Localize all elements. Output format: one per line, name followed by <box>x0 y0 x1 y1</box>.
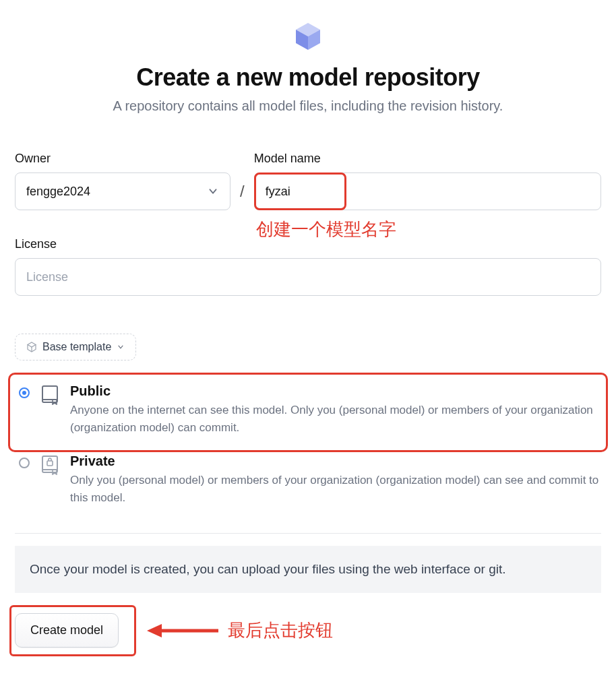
private-title: Private <box>70 453 601 469</box>
private-desc: Only you (personal model) or members of … <box>70 472 601 506</box>
model-name-input[interactable]: fyzai <box>254 172 601 210</box>
annotation-text-name: 创建一个模型名字 <box>256 218 396 241</box>
info-banner: Once your model is created, you can uplo… <box>15 546 601 593</box>
chevron-down-icon <box>117 343 125 351</box>
divider <box>15 533 601 534</box>
radio-private[interactable] <box>19 458 30 468</box>
cube-icon <box>292 20 324 53</box>
model-name-label: Model name <box>254 152 601 166</box>
create-model-button[interactable]: Create model <box>15 613 119 648</box>
visibility-private-option[interactable]: Private Only you (personal model) or mem… <box>15 449 601 520</box>
annotation-text-button: 最后点击按钮 <box>228 619 333 642</box>
base-template-dropdown[interactable]: Base template <box>15 334 136 360</box>
public-repo-icon <box>40 385 59 405</box>
owner-label: Owner <box>15 152 230 166</box>
private-repo-icon <box>40 455 59 475</box>
radio-public[interactable] <box>19 387 30 398</box>
owner-selected-value: fengge2024 <box>26 185 90 199</box>
owner-select[interactable]: fengge2024 <box>15 172 230 210</box>
chevron-down-icon <box>207 185 219 197</box>
public-desc: Anyone on the internet can see this mode… <box>70 402 601 436</box>
annotation-arrow-icon <box>146 617 220 644</box>
page-title: Create a new model repository <box>15 63 601 92</box>
svg-rect-11 <box>47 461 53 466</box>
path-separator: / <box>240 182 245 210</box>
svg-marker-13 <box>147 624 162 637</box>
visibility-public-option[interactable]: Public Anyone on the internet can see th… <box>15 379 601 449</box>
page-subtitle: A repository contains all model files, i… <box>15 98 601 114</box>
public-title: Public <box>70 383 601 399</box>
svg-marker-3 <box>28 342 36 347</box>
template-icon <box>26 342 37 352</box>
license-input[interactable]: License <box>15 258 601 296</box>
template-label: Base template <box>42 341 111 353</box>
app-logo <box>15 20 601 53</box>
